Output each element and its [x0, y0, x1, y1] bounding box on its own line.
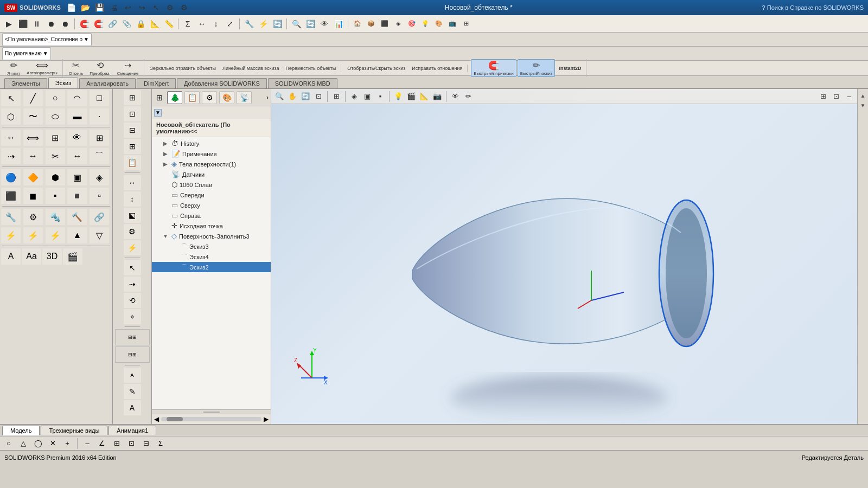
options-btn[interactable]: ⚙ [178, 1, 191, 14]
sketch-btn[interactable]: ✏ Эскиз [4, 59, 23, 78]
tb-extra5[interactable]: 🎯 [405, 17, 418, 30]
rp-btn1[interactable]: ▲ [859, 91, 867, 100]
tb-view2[interactable]: 🔄 [304, 17, 317, 30]
vp-view-orient[interactable]: 📐 [418, 91, 430, 102]
s2-btn9[interactable]: ⚙ [124, 224, 141, 239]
rp-btn2[interactable]: ▼ [859, 101, 867, 110]
tb-extra9[interactable]: ⊞ [459, 17, 473, 30]
tool-surf1[interactable]: ⬛ [1, 188, 21, 204]
tb-snap2[interactable]: 🧲 [92, 17, 105, 30]
bt-angle[interactable]: ∠ [95, 438, 108, 449]
tool-offset2[interactable]: ⇢ [1, 148, 21, 164]
viewport-3d[interactable]: 🔍 ✋ 🔄 ⊡ ⊞ ◈ ▣ ▪ 💡 🎬 📐 📷 👁 ✏ ⊞ ⊡ – [271, 89, 857, 424]
tb-view1[interactable]: 🔍 [290, 17, 303, 30]
tree-item-material[interactable]: ⬡ 1060 Сплав [152, 179, 271, 190]
vp-minimize[interactable]: – [843, 91, 855, 102]
tool-sheet4[interactable]: 🔨 [67, 209, 87, 225]
bt-line[interactable]: – [81, 438, 94, 449]
vp-zoom-fit[interactable]: ⊡ [312, 91, 324, 102]
save-btn[interactable]: 💾 [93, 1, 106, 14]
config-dropdown[interactable]: По умолчанию ▼ [2, 47, 51, 60]
tree-scroll-left[interactable]: ◀ [154, 415, 159, 423]
tool-add-rel[interactable]: ⊞ [46, 130, 65, 146]
tree-item-notes[interactable]: ▶ 📝 Примечания [152, 149, 271, 159]
tree-tab-display[interactable]: 🎨 [219, 91, 234, 104]
tb-dim1[interactable]: Σ [181, 17, 194, 30]
tree-item-sketch3[interactable]: ⌒ Эскиз3 [152, 241, 271, 252]
tool-surf4[interactable]: ◾ [67, 188, 87, 204]
tree-root-label[interactable]: Носовой_обтекатель (По умолчанию<< [152, 119, 271, 137]
tb-extra2[interactable]: 📦 [365, 17, 378, 30]
model-tab-3d-views[interactable]: Трехмерные виды [41, 426, 107, 435]
tool-smart-dim[interactable]: ⟺ [23, 130, 43, 146]
auto-dim-btn[interactable]: ⟺ Авто\nразмеры [24, 59, 60, 77]
rebuild-btn[interactable]: ⚙ [164, 1, 177, 14]
tree-item-history[interactable]: ▶ ⏱ History [152, 138, 271, 149]
s2-btn5[interactable]: 📋 [124, 155, 141, 170]
vp-lights[interactable]: 💡 [392, 91, 404, 102]
cursor-btn[interactable]: ↖ [150, 1, 163, 14]
tool-point[interactable]: · [90, 108, 109, 125]
tree-tab-config[interactable]: ⚙ [202, 91, 217, 104]
tab-sw-add[interactable]: Добавления SOLIDWORKS [177, 78, 267, 88]
tb-snap[interactable]: 🧲 [78, 17, 91, 30]
tool-surf3[interactable]: ▪ [46, 188, 65, 204]
tab-dimxpert[interactable]: DimXpert [137, 78, 176, 88]
s2-btn7[interactable]: ↕ [124, 191, 141, 207]
tb-dim2[interactable]: ↔ [195, 17, 208, 30]
tool-dim[interactable]: ↔ [1, 130, 21, 146]
tool-mold2[interactable]: ▽ [90, 227, 109, 243]
s2-btn11[interactable]: ↖ [124, 260, 141, 275]
tool-3d4[interactable]: ▣ [67, 169, 87, 185]
tb-snap6[interactable]: 📐 [148, 17, 161, 30]
tool-select[interactable]: ↖ [1, 90, 21, 106]
vp-split1[interactable]: ⊞ [817, 91, 829, 102]
tool-sheet2[interactable]: ⚙ [23, 209, 43, 225]
tb-view3[interactable]: 👁 [318, 17, 331, 30]
tree-tab-feature[interactable]: 🌲 [167, 91, 182, 104]
s2-btn8[interactable]: ⬕ [124, 208, 141, 223]
model-tab-animation[interactable]: Анимация1 [108, 426, 156, 435]
tb-dim3[interactable]: ↕ [209, 17, 222, 30]
tb-rel1[interactable]: 🔧 [242, 17, 256, 30]
tb-pause[interactable]: ⏸ [30, 17, 43, 30]
s2-btn14[interactable]: ⌖ [124, 309, 141, 324]
clip-btn[interactable]: ✂ Отсечь [66, 59, 86, 77]
tb-snap4[interactable]: 📎 [120, 17, 133, 30]
bt-grid[interactable]: ⊞ [110, 438, 123, 449]
open-btn[interactable]: 📂 [79, 1, 92, 14]
bt-plus[interactable]: + [61, 438, 74, 449]
tb-snap5[interactable]: 🔒 [134, 17, 147, 30]
tb-extra3[interactable]: ⬛ [378, 17, 391, 30]
tab-sw-mbd[interactable]: SOLIDWORKS MBD [268, 78, 337, 88]
tool-sheet1[interactable]: 🔧 [1, 209, 21, 225]
tree-item-surface-bodies[interactable]: ▶ ◈ Тела поверхности(1) [152, 159, 271, 169]
tree-item-sketch2[interactable]: ⌒ Эскиз2 [152, 262, 271, 272]
tool-trim[interactable]: ✂ [46, 148, 65, 164]
tool-sketch-line[interactable]: ╱ [23, 90, 43, 106]
tool-sheet5[interactable]: 🔗 [90, 209, 109, 225]
tb-record[interactable]: ⏺ [44, 17, 58, 30]
s2-btn1[interactable]: ⊞ [124, 90, 141, 105]
s2-btn3[interactable]: ⊟ [124, 123, 141, 138]
vp-scene[interactable]: 🎬 [405, 91, 417, 102]
tool-extend[interactable]: ↔ [67, 148, 87, 164]
bt-table[interactable]: ⊟ [139, 438, 152, 449]
vp-camera[interactable]: 📷 [431, 91, 443, 102]
vp-display3[interactable]: ▪ [374, 91, 386, 102]
tree-resize-handle[interactable] [152, 409, 271, 414]
instant2d-btn[interactable]: Instant2D [556, 65, 584, 72]
tab-analyze[interactable]: Анализировать [79, 78, 136, 88]
tool-annotate2[interactable]: Aa [22, 248, 41, 265]
offset-btn[interactable]: ⇢ Смещение [114, 59, 142, 77]
tree-item-top[interactable]: ▭ Сверху [152, 200, 271, 210]
tab-sketch[interactable]: Эскиз [48, 78, 78, 88]
tb-view4[interactable]: 📊 [332, 17, 345, 30]
bt-circle2[interactable]: ◯ [31, 438, 44, 449]
tool-spline[interactable]: 〜 [23, 108, 43, 125]
tree-scroll-right[interactable]: ▶ [264, 415, 269, 423]
s2-wide-btn2[interactable]: ⊟⊞ [115, 346, 150, 363]
s2-btn4[interactable]: ⊞ [124, 139, 141, 154]
tb-snap7[interactable]: 📏 [162, 17, 175, 30]
s2-wide-btn1[interactable]: ⊞⊞ [115, 329, 150, 345]
